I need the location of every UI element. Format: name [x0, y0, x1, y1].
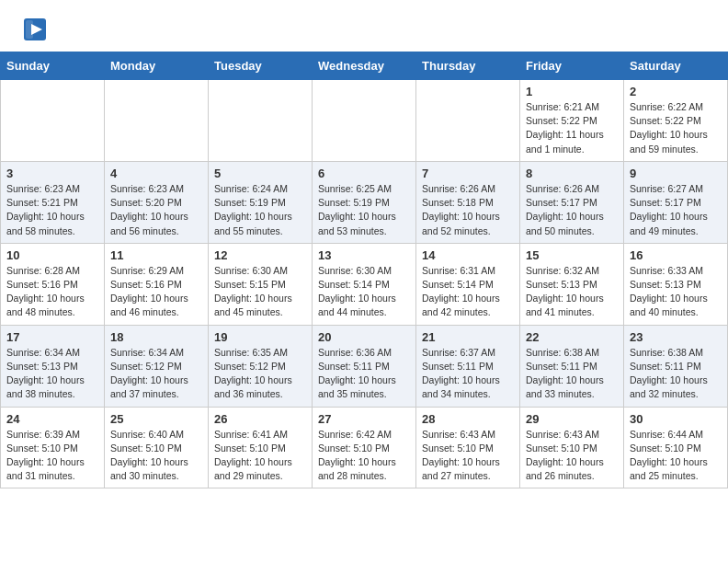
calendar-cell: 6Sunrise: 6:25 AM Sunset: 5:19 PM Daylig…	[313, 161, 416, 243]
calendar-cell: 29Sunrise: 6:43 AM Sunset: 5:10 PM Dayli…	[520, 407, 624, 488]
day-number: 14	[422, 248, 514, 262]
calendar-cell: 8Sunrise: 6:26 AM Sunset: 5:17 PM Daylig…	[520, 161, 624, 243]
day-number: 19	[214, 330, 306, 344]
day-number: 21	[422, 330, 514, 344]
calendar-header-friday: Friday	[520, 52, 624, 80]
day-number: 2	[630, 85, 722, 98]
day-info: Sunrise: 6:42 AM Sunset: 5:10 PM Dayligh…	[318, 428, 410, 484]
calendar-header-sunday: Sunday	[1, 52, 105, 80]
day-info: Sunrise: 6:38 AM Sunset: 5:11 PM Dayligh…	[630, 346, 722, 402]
day-info: Sunrise: 6:40 AM Sunset: 5:10 PM Dayligh…	[110, 428, 202, 484]
day-number: 23	[630, 330, 722, 344]
day-info: Sunrise: 6:39 AM Sunset: 5:10 PM Dayligh…	[6, 428, 98, 484]
calendar-cell	[1, 80, 105, 162]
calendar-cell	[105, 80, 209, 162]
calendar-cell: 23Sunrise: 6:38 AM Sunset: 5:11 PM Dayli…	[624, 325, 728, 407]
calendar-cell: 15Sunrise: 6:32 AM Sunset: 5:13 PM Dayli…	[520, 243, 624, 325]
day-info: Sunrise: 6:26 AM Sunset: 5:18 PM Dayligh…	[422, 182, 514, 238]
day-number: 6	[318, 167, 410, 180]
day-info: Sunrise: 6:37 AM Sunset: 5:11 PM Dayligh…	[422, 346, 514, 402]
page-header	[0, 0, 728, 52]
calendar-cell	[416, 80, 520, 162]
day-info: Sunrise: 6:25 AM Sunset: 5:19 PM Dayligh…	[318, 182, 410, 238]
calendar-cell: 2Sunrise: 6:22 AM Sunset: 5:22 PM Daylig…	[624, 80, 728, 162]
day-info: Sunrise: 6:43 AM Sunset: 5:10 PM Dayligh…	[422, 428, 514, 484]
day-number: 26	[214, 412, 306, 426]
day-info: Sunrise: 6:43 AM Sunset: 5:10 PM Dayligh…	[526, 428, 618, 484]
day-info: Sunrise: 6:30 AM Sunset: 5:14 PM Dayligh…	[318, 264, 410, 320]
day-info: Sunrise: 6:24 AM Sunset: 5:19 PM Dayligh…	[214, 182, 306, 238]
day-info: Sunrise: 6:31 AM Sunset: 5:14 PM Dayligh…	[422, 264, 514, 320]
day-number: 28	[422, 412, 514, 426]
logo-icon	[22, 17, 48, 42]
calendar-cell: 7Sunrise: 6:26 AM Sunset: 5:18 PM Daylig…	[416, 161, 520, 243]
calendar-cell	[313, 80, 416, 162]
day-info: Sunrise: 6:33 AM Sunset: 5:13 PM Dayligh…	[630, 264, 722, 320]
day-number: 4	[110, 167, 202, 180]
day-number: 20	[318, 330, 410, 344]
day-number: 13	[318, 248, 410, 262]
day-info: Sunrise: 6:23 AM Sunset: 5:21 PM Dayligh…	[6, 182, 98, 238]
calendar-cell: 14Sunrise: 6:31 AM Sunset: 5:14 PM Dayli…	[416, 243, 520, 325]
calendar-cell: 9Sunrise: 6:27 AM Sunset: 5:17 PM Daylig…	[624, 161, 728, 243]
calendar-cell: 27Sunrise: 6:42 AM Sunset: 5:10 PM Dayli…	[313, 407, 416, 488]
calendar-cell: 22Sunrise: 6:38 AM Sunset: 5:11 PM Dayli…	[520, 325, 624, 407]
day-number: 17	[6, 330, 98, 344]
calendar-header-saturday: Saturday	[624, 52, 728, 80]
calendar-week-row: 3Sunrise: 6:23 AM Sunset: 5:21 PM Daylig…	[1, 161, 728, 243]
calendar-header-tuesday: Tuesday	[209, 52, 313, 80]
day-info: Sunrise: 6:34 AM Sunset: 5:12 PM Dayligh…	[110, 346, 202, 402]
day-info: Sunrise: 6:44 AM Sunset: 5:10 PM Dayligh…	[630, 428, 722, 484]
day-info: Sunrise: 6:29 AM Sunset: 5:16 PM Dayligh…	[110, 264, 202, 320]
day-info: Sunrise: 6:32 AM Sunset: 5:13 PM Dayligh…	[526, 264, 618, 320]
day-number: 8	[526, 167, 618, 180]
day-info: Sunrise: 6:34 AM Sunset: 5:13 PM Dayligh…	[6, 346, 98, 402]
day-info: Sunrise: 6:21 AM Sunset: 5:22 PM Dayligh…	[526, 100, 618, 156]
day-number: 24	[6, 412, 98, 426]
calendar-cell: 24Sunrise: 6:39 AM Sunset: 5:10 PM Dayli…	[1, 407, 105, 488]
calendar-table: SundayMondayTuesdayWednesdayThursdayFrid…	[0, 52, 728, 488]
calendar-week-row: 24Sunrise: 6:39 AM Sunset: 5:10 PM Dayli…	[1, 407, 728, 488]
day-info: Sunrise: 6:30 AM Sunset: 5:15 PM Dayligh…	[214, 264, 306, 320]
day-info: Sunrise: 6:41 AM Sunset: 5:10 PM Dayligh…	[214, 428, 306, 484]
calendar-cell: 3Sunrise: 6:23 AM Sunset: 5:21 PM Daylig…	[1, 161, 105, 243]
calendar-header-row: SundayMondayTuesdayWednesdayThursdayFrid…	[1, 52, 728, 80]
day-info: Sunrise: 6:38 AM Sunset: 5:11 PM Dayligh…	[526, 346, 618, 402]
day-info: Sunrise: 6:36 AM Sunset: 5:11 PM Dayligh…	[318, 346, 410, 402]
calendar-cell: 12Sunrise: 6:30 AM Sunset: 5:15 PM Dayli…	[209, 243, 313, 325]
calendar-header-wednesday: Wednesday	[313, 52, 416, 80]
calendar-cell: 20Sunrise: 6:36 AM Sunset: 5:11 PM Dayli…	[313, 325, 416, 407]
calendar-cell: 16Sunrise: 6:33 AM Sunset: 5:13 PM Dayli…	[624, 243, 728, 325]
calendar-week-row: 10Sunrise: 6:28 AM Sunset: 5:16 PM Dayli…	[1, 243, 728, 325]
calendar-cell: 1Sunrise: 6:21 AM Sunset: 5:22 PM Daylig…	[520, 80, 624, 162]
calendar-cell: 4Sunrise: 6:23 AM Sunset: 5:20 PM Daylig…	[105, 161, 209, 243]
calendar-cell: 10Sunrise: 6:28 AM Sunset: 5:16 PM Dayli…	[1, 243, 105, 325]
day-number: 12	[214, 248, 306, 262]
day-number: 3	[6, 167, 98, 180]
calendar-header-monday: Monday	[105, 52, 209, 80]
day-number: 7	[422, 167, 514, 180]
day-number: 1	[526, 85, 618, 98]
calendar-cell	[209, 80, 313, 162]
day-number: 11	[110, 248, 202, 262]
logo	[22, 17, 51, 42]
day-info: Sunrise: 6:22 AM Sunset: 5:22 PM Dayligh…	[630, 100, 722, 156]
day-number: 16	[630, 248, 722, 262]
day-number: 25	[110, 412, 202, 426]
calendar-cell: 5Sunrise: 6:24 AM Sunset: 5:19 PM Daylig…	[209, 161, 313, 243]
day-number: 10	[6, 248, 98, 262]
calendar-cell: 28Sunrise: 6:43 AM Sunset: 5:10 PM Dayli…	[416, 407, 520, 488]
day-number: 15	[526, 248, 618, 262]
calendar-cell: 21Sunrise: 6:37 AM Sunset: 5:11 PM Dayli…	[416, 325, 520, 407]
day-number: 30	[630, 412, 722, 426]
calendar-cell: 26Sunrise: 6:41 AM Sunset: 5:10 PM Dayli…	[209, 407, 313, 488]
day-number: 18	[110, 330, 202, 344]
day-info: Sunrise: 6:26 AM Sunset: 5:17 PM Dayligh…	[526, 182, 618, 238]
day-number: 5	[214, 167, 306, 180]
calendar-cell: 13Sunrise: 6:30 AM Sunset: 5:14 PM Dayli…	[313, 243, 416, 325]
calendar-cell: 17Sunrise: 6:34 AM Sunset: 5:13 PM Dayli…	[1, 325, 105, 407]
day-number: 22	[526, 330, 618, 344]
calendar-cell: 19Sunrise: 6:35 AM Sunset: 5:12 PM Dayli…	[209, 325, 313, 407]
calendar-cell: 18Sunrise: 6:34 AM Sunset: 5:12 PM Dayli…	[105, 325, 209, 407]
svg-rect-2	[26, 20, 33, 39]
